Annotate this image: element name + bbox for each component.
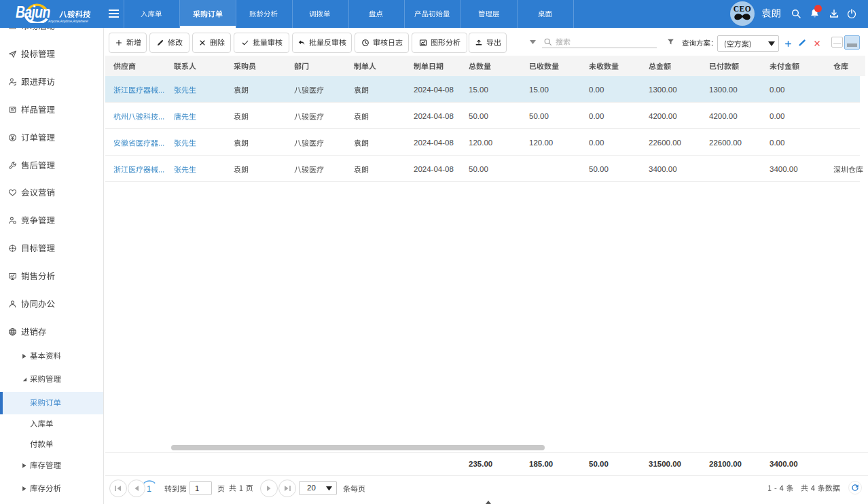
svg-text:1: 1 xyxy=(147,484,151,494)
svg-text:CEO: CEO xyxy=(734,5,751,13)
